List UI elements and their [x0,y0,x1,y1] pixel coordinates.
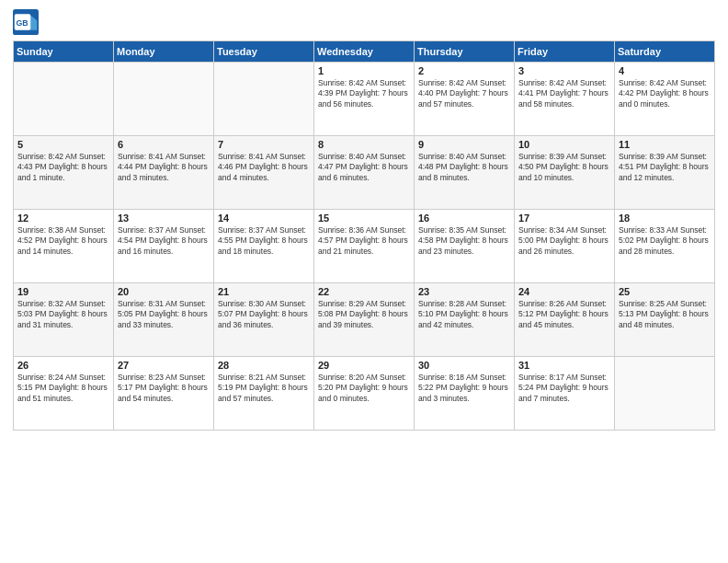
logo: GB [13,9,42,35]
day-info: Sunrise: 8:39 AM Sunset: 4:50 PM Dayligh… [518,152,610,183]
calendar-cell [114,63,214,136]
day-info: Sunrise: 8:38 AM Sunset: 4:52 PM Dayligh… [17,225,109,257]
day-info: Sunrise: 8:36 AM Sunset: 4:57 PM Dayligh… [318,225,410,257]
calendar-cell: 29Sunrise: 8:20 AM Sunset: 5:20 PM Dayli… [314,357,415,431]
day-number: 15 [318,213,410,224]
header-saturday: Saturday [615,41,715,63]
calendar-cell: 1Sunrise: 8:42 AM Sunset: 4:39 PM Daylig… [314,63,415,136]
calendar-cell: 4Sunrise: 8:42 AM Sunset: 4:42 PM Daylig… [615,63,715,136]
day-info: Sunrise: 8:17 AM Sunset: 5:24 PM Dayligh… [518,373,610,404]
calendar-cell [615,357,715,431]
day-number: 5 [17,139,109,150]
day-info: Sunrise: 8:42 AM Sunset: 4:43 PM Dayligh… [17,152,109,183]
calendar-cell: 9Sunrise: 8:40 AM Sunset: 4:48 PM Daylig… [415,136,515,210]
day-info: Sunrise: 8:41 AM Sunset: 4:44 PM Dayligh… [118,152,210,183]
day-info: Sunrise: 8:42 AM Sunset: 4:39 PM Dayligh… [318,78,410,109]
day-info: Sunrise: 8:31 AM Sunset: 5:05 PM Dayligh… [118,299,210,330]
day-info: Sunrise: 8:23 AM Sunset: 5:17 PM Dayligh… [118,373,210,404]
day-number: 3 [518,65,610,76]
day-info: Sunrise: 8:42 AM Sunset: 4:41 PM Dayligh… [518,78,610,109]
day-info: Sunrise: 8:42 AM Sunset: 4:42 PM Dayligh… [619,78,711,109]
day-info: Sunrise: 8:42 AM Sunset: 4:40 PM Dayligh… [418,78,510,109]
calendar-cell: 30Sunrise: 8:18 AM Sunset: 5:22 PM Dayli… [415,357,515,431]
calendar-week-row: 1Sunrise: 8:42 AM Sunset: 4:39 PM Daylig… [14,63,715,136]
day-info: Sunrise: 8:26 AM Sunset: 5:12 PM Dayligh… [518,299,610,330]
day-number: 4 [619,65,711,76]
calendar-cell: 8Sunrise: 8:40 AM Sunset: 4:47 PM Daylig… [314,136,415,210]
day-info: Sunrise: 8:35 AM Sunset: 4:58 PM Dayligh… [418,225,510,257]
calendar-cell: 18Sunrise: 8:33 AM Sunset: 5:02 PM Dayli… [615,210,715,283]
calendar-week-row: 5Sunrise: 8:42 AM Sunset: 4:43 PM Daylig… [14,136,715,210]
day-info: Sunrise: 8:34 AM Sunset: 5:00 PM Dayligh… [518,225,610,257]
day-number: 26 [17,360,109,371]
calendar-week-row: 26Sunrise: 8:24 AM Sunset: 5:15 PM Dayli… [14,357,715,431]
day-info: Sunrise: 8:37 AM Sunset: 4:55 PM Dayligh… [218,225,310,257]
day-number: 9 [418,139,510,150]
day-number: 28 [218,360,310,371]
day-number: 31 [518,360,610,371]
day-number: 22 [318,286,410,297]
day-number: 16 [418,213,510,224]
header-wednesday: Wednesday [314,41,415,63]
calendar-cell: 11Sunrise: 8:39 AM Sunset: 4:51 PM Dayli… [615,136,715,210]
calendar-cell: 31Sunrise: 8:17 AM Sunset: 5:24 PM Dayli… [515,357,615,431]
day-info: Sunrise: 8:40 AM Sunset: 4:47 PM Dayligh… [318,152,410,183]
day-info: Sunrise: 8:25 AM Sunset: 5:13 PM Dayligh… [619,299,711,330]
day-number: 12 [17,213,109,224]
day-info: Sunrise: 8:20 AM Sunset: 5:20 PM Dayligh… [318,373,410,404]
calendar-cell: 24Sunrise: 8:26 AM Sunset: 5:12 PM Dayli… [515,283,615,357]
day-number: 10 [518,139,610,150]
header-thursday: Thursday [415,41,515,63]
header-row: GB [13,9,715,35]
day-info: Sunrise: 8:39 AM Sunset: 4:51 PM Dayligh… [619,152,711,183]
calendar-cell [14,63,114,136]
day-info: Sunrise: 8:33 AM Sunset: 5:02 PM Dayligh… [619,225,711,257]
calendar-cell [214,63,314,136]
day-info: Sunrise: 8:37 AM Sunset: 4:54 PM Dayligh… [118,225,210,257]
day-info: Sunrise: 8:18 AM Sunset: 5:22 PM Dayligh… [418,373,510,404]
calendar-cell: 21Sunrise: 8:30 AM Sunset: 5:07 PM Dayli… [214,283,314,357]
day-number: 2 [418,65,510,76]
calendar-cell: 27Sunrise: 8:23 AM Sunset: 5:17 PM Dayli… [114,357,214,431]
calendar-cell: 3Sunrise: 8:42 AM Sunset: 4:41 PM Daylig… [515,63,615,136]
header-sunday: Sunday [14,41,114,63]
calendar-cell: 20Sunrise: 8:31 AM Sunset: 5:05 PM Dayli… [114,283,214,357]
calendar-cell: 26Sunrise: 8:24 AM Sunset: 5:15 PM Dayli… [14,357,114,431]
day-number: 21 [218,286,310,297]
day-number: 13 [118,213,210,224]
calendar-body: 1Sunrise: 8:42 AM Sunset: 4:39 PM Daylig… [14,63,715,431]
day-info: Sunrise: 8:28 AM Sunset: 5:10 PM Dayligh… [418,299,510,330]
header-tuesday: Tuesday [214,41,314,63]
calendar-cell: 13Sunrise: 8:37 AM Sunset: 4:54 PM Dayli… [114,210,214,283]
day-info: Sunrise: 8:24 AM Sunset: 5:15 PM Dayligh… [17,373,109,404]
day-number: 19 [17,286,109,297]
calendar-cell: 15Sunrise: 8:36 AM Sunset: 4:57 PM Dayli… [314,210,415,283]
main-container: GB SundayMondayTuesdayWednesdayThursdayF… [0,0,728,436]
day-info: Sunrise: 8:29 AM Sunset: 5:08 PM Dayligh… [318,299,410,330]
day-number: 25 [619,286,711,297]
day-number: 20 [118,286,210,297]
calendar-week-row: 19Sunrise: 8:32 AM Sunset: 5:03 PM Dayli… [14,283,715,357]
calendar-cell: 16Sunrise: 8:35 AM Sunset: 4:58 PM Dayli… [415,210,515,283]
calendar-cell: 14Sunrise: 8:37 AM Sunset: 4:55 PM Dayli… [214,210,314,283]
calendar-cell: 22Sunrise: 8:29 AM Sunset: 5:08 PM Dayli… [314,283,415,357]
calendar-cell: 19Sunrise: 8:32 AM Sunset: 5:03 PM Dayli… [14,283,114,357]
day-number: 23 [418,286,510,297]
calendar-cell: 17Sunrise: 8:34 AM Sunset: 5:00 PM Dayli… [515,210,615,283]
day-number: 11 [619,139,711,150]
day-info: Sunrise: 8:30 AM Sunset: 5:07 PM Dayligh… [218,299,310,330]
header-monday: Monday [114,41,214,63]
calendar-cell: 23Sunrise: 8:28 AM Sunset: 5:10 PM Dayli… [415,283,515,357]
calendar-cell: 12Sunrise: 8:38 AM Sunset: 4:52 PM Dayli… [14,210,114,283]
calendar-cell: 10Sunrise: 8:39 AM Sunset: 4:50 PM Dayli… [515,136,615,210]
day-number: 14 [218,213,310,224]
calendar-cell: 28Sunrise: 8:21 AM Sunset: 5:19 PM Dayli… [214,357,314,431]
calendar-cell: 6Sunrise: 8:41 AM Sunset: 4:44 PM Daylig… [114,136,214,210]
day-number: 1 [318,65,410,76]
day-number: 27 [118,360,210,371]
logo-icon: GB [13,9,39,35]
day-number: 8 [318,139,410,150]
header-friday: Friday [515,41,615,63]
calendar-header-row: SundayMondayTuesdayWednesdayThursdayFrid… [14,41,715,63]
day-info: Sunrise: 8:40 AM Sunset: 4:48 PM Dayligh… [418,152,510,183]
